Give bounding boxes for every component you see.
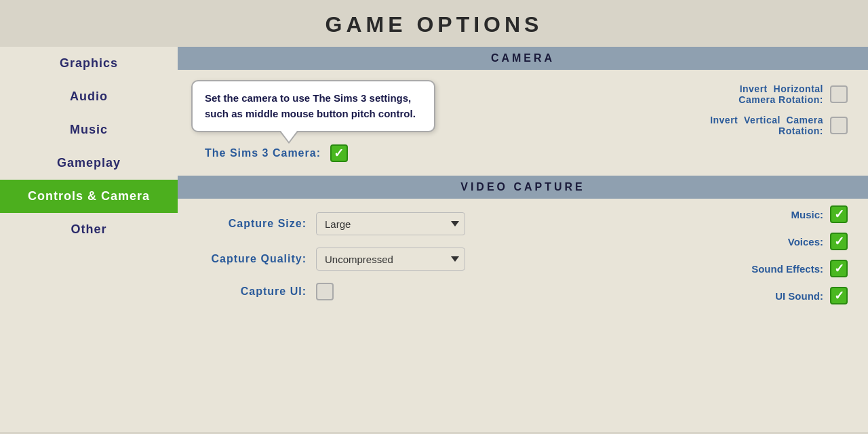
capture-quality-row: Capture Quality: Low Medium High Uncompr… bbox=[198, 248, 578, 271]
sound-effects-row: Sound Effects: bbox=[751, 260, 848, 277]
sidebar-item-music[interactable]: Music bbox=[0, 113, 178, 146]
invert-vertical-label: Invert Vertical CameraRotation: bbox=[710, 115, 823, 136]
invert-horizontal-checkbox[interactable] bbox=[830, 85, 848, 103]
sound-effects-checkbox[interactable] bbox=[830, 260, 848, 277]
music-label: Music: bbox=[791, 209, 823, 220]
capture-size-select[interactable]: Small Medium Large Full bbox=[322, 213, 459, 235]
invert-horizontal-label: Invert HorizontalCamera Rotation: bbox=[738, 83, 823, 105]
section-header-video-capture: Video Capture bbox=[178, 176, 868, 199]
music-checkbox[interactable] bbox=[830, 205, 848, 223]
sidebar-item-audio[interactable]: Audio bbox=[0, 80, 178, 113]
capture-quality-select[interactable]: Low Medium High Uncompressed bbox=[322, 248, 459, 270]
sidebar-item-controls-camera[interactable]: Controls & Camera bbox=[0, 180, 178, 213]
ui-sound-label: UI Sound: bbox=[775, 290, 823, 302]
capture-quality-label: Capture Quality: bbox=[198, 253, 307, 265]
capture-ui-label: Capture UI: bbox=[198, 285, 307, 298]
camera-tooltip: Set the camera to use The Sims 3 setting… bbox=[191, 80, 435, 132]
sidebar-item-gameplay[interactable]: Gameplay bbox=[0, 146, 178, 180]
sidebar-item-other[interactable]: Other bbox=[0, 213, 178, 246]
capture-size-label: Capture Size: bbox=[198, 218, 307, 230]
camera-right-options: Invert HorizontalCamera Rotation: Invert… bbox=[710, 83, 848, 136]
invert-horizontal-row: Invert HorizontalCamera Rotation: bbox=[738, 83, 848, 105]
sims3-camera-row: The Sims 3 Camera: bbox=[205, 144, 848, 162]
camera-section-body: Set the camera to use The Sims 3 setting… bbox=[178, 70, 868, 176]
sound-effects-label: Sound Effects: bbox=[751, 263, 823, 275]
invert-vertical-checkbox[interactable] bbox=[830, 117, 848, 134]
capture-ui-checkbox[interactable] bbox=[316, 283, 334, 300]
sims3-camera-checkbox[interactable] bbox=[330, 144, 348, 162]
voices-checkbox[interactable] bbox=[830, 233, 848, 250]
sidebar: Graphics Audio Music Gameplay Controls &… bbox=[0, 47, 178, 432]
voices-row: Voices: bbox=[788, 233, 848, 250]
voices-label: Voices: bbox=[788, 236, 823, 248]
section-header-camera: Camera bbox=[178, 47, 868, 70]
capture-ui-row: Capture UI: bbox=[198, 283, 578, 300]
capture-size-dropdown[interactable]: Small Medium Large Full bbox=[316, 212, 465, 235]
capture-right-options: Music: Voices: Sound Effects: UI Sound: bbox=[751, 205, 848, 304]
capture-size-row: Capture Size: Small Medium Large Full bbox=[198, 212, 578, 235]
sims3-camera-label: The Sims 3 Camera: bbox=[205, 147, 321, 159]
music-row: Music: bbox=[791, 205, 848, 223]
ui-sound-checkbox[interactable] bbox=[830, 287, 848, 304]
video-capture-section-body: Capture Size: Small Medium Large Full Ca… bbox=[178, 199, 868, 326]
page-title: Game Options bbox=[0, 0, 868, 47]
sidebar-item-graphics[interactable]: Graphics bbox=[0, 47, 178, 80]
capture-quality-dropdown[interactable]: Low Medium High Uncompressed bbox=[316, 248, 465, 271]
ui-sound-row: UI Sound: bbox=[775, 287, 848, 304]
content-area: Camera Set the camera to use The Sims 3 … bbox=[178, 47, 868, 432]
invert-vertical-row: Invert Vertical CameraRotation: bbox=[710, 115, 848, 136]
